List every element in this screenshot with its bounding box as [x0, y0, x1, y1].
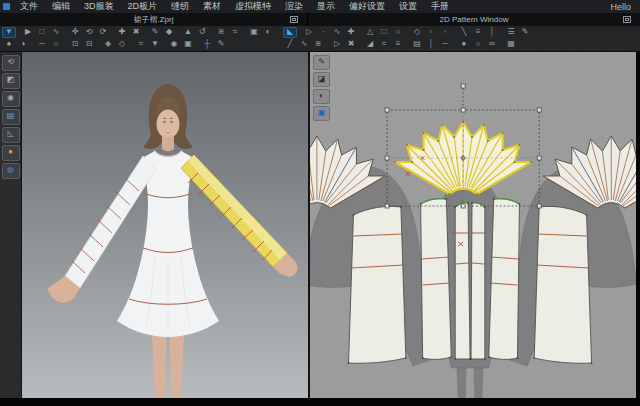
menu-item-3[interactable]: 2D板片	[121, 0, 165, 13]
elastic-band-icon[interactable]: ≈	[377, 39, 391, 50]
pleats-icon[interactable]: ▤	[410, 39, 424, 50]
3d-pen-icon[interactable]: ✎	[148, 27, 162, 38]
skin-offset-icon[interactable]: ◇	[115, 39, 129, 50]
menu-item-11[interactable]: 手册	[424, 0, 456, 13]
surface-texture-icon[interactable]: ▤	[2, 109, 20, 125]
2d-pattern-canvas[interactable]	[310, 52, 636, 398]
show-garment-icon[interactable]: ◩	[2, 73, 20, 89]
marquee-handle[interactable]	[537, 204, 541, 208]
menu-item-9[interactable]: 偏好设置	[342, 0, 392, 13]
avatar-edit-icon[interactable]: ●	[2, 39, 16, 50]
menu-item-4[interactable]: 缝纫	[164, 0, 196, 13]
shirring-icon[interactable]: ≡	[391, 39, 405, 50]
tack-stitch-icon[interactable]: ◆	[162, 27, 176, 38]
marquee-handle[interactable]	[461, 84, 465, 88]
box-select-icon[interactable]: □	[35, 27, 49, 38]
edit-pattern-icon[interactable]: ▷	[302, 27, 316, 38]
show-seamlines-icon[interactable]: ◺	[2, 127, 20, 143]
menu-item-1[interactable]: 编辑	[45, 0, 77, 13]
edit-sewing-icon[interactable]: ▷	[330, 39, 344, 50]
texture-mode-icon[interactable]: ▣	[313, 106, 330, 121]
circle-pattern-icon[interactable]: ○	[391, 27, 405, 38]
float-window-icon[interactable]	[290, 16, 298, 23]
mn-sewing-icon[interactable]: ≋	[311, 39, 325, 50]
fold-angle-icon[interactable]: ◢	[363, 39, 377, 50]
measure-icon[interactable]: ┼	[200, 39, 214, 50]
dart-icon[interactable]: ◇	[410, 27, 424, 38]
3d-viewport-canvas[interactable]	[22, 52, 308, 398]
wind-icon[interactable]: ≈	[228, 27, 242, 38]
trace-icon[interactable]: ╲	[457, 27, 471, 38]
marquee-handle[interactable]	[537, 108, 541, 112]
contrast-mode-icon[interactable]: ◐	[313, 89, 330, 104]
free-sewing-icon[interactable]: ∿	[297, 39, 311, 50]
rotate-ccw-icon[interactable]: ⟲	[82, 27, 96, 38]
gravity-icon[interactable]: ▼	[148, 39, 162, 50]
rectangle-pattern-icon[interactable]: □	[377, 27, 391, 38]
internal-rectangle-icon[interactable]: ▫	[424, 27, 438, 38]
arrangement-points-icon[interactable]: ⊡	[68, 39, 82, 50]
arrange-garment-icon[interactable]: ▲	[181, 27, 195, 38]
2d-pattern-viewport[interactable]: ✎◪◐▣	[310, 52, 640, 398]
x-ray-joints-icon[interactable]: ◈	[101, 39, 115, 50]
reset-camera-icon[interactable]: ⟲	[2, 55, 20, 71]
avatar-display-icon[interactable]: ●	[2, 145, 20, 161]
reset-arrangement-icon[interactable]: ↺	[195, 27, 209, 38]
paint-3d-icon[interactable]: ◍	[2, 163, 20, 179]
marquee-handle[interactable]	[385, 156, 389, 160]
menu-item-7[interactable]: 渲染	[278, 0, 310, 13]
polygon-pattern-icon[interactable]: △	[363, 27, 377, 38]
menu-item-2[interactable]: 3D服装	[77, 0, 121, 13]
account-greeting[interactable]: Hello	[610, 2, 640, 12]
marquee-handle[interactable]	[385, 204, 389, 208]
pattern-annotation-icon[interactable]: ✎	[518, 27, 532, 38]
float-window-icon[interactable]	[623, 16, 631, 23]
marquee-handle[interactable]	[461, 204, 465, 208]
bounding-volume-icon[interactable]: ⊟	[82, 39, 96, 50]
edit-curve-icon[interactable]: ∿	[330, 27, 344, 38]
menu-item-5[interactable]: 素材	[196, 0, 228, 13]
texture-editor-icon[interactable]: ▦	[504, 39, 518, 50]
fixed-pin-icon[interactable]: ✚	[115, 27, 129, 38]
lasso-select-icon[interactable]: ∿	[49, 27, 63, 38]
show-garment-2d-icon[interactable]: ◪	[313, 72, 330, 87]
seam-allowance-icon[interactable]: ≡	[471, 27, 485, 38]
avatar-pose-icon[interactable]: ◑	[16, 39, 30, 50]
3d-viewport[interactable]	[22, 52, 308, 398]
marquee-handle[interactable]	[537, 156, 541, 160]
edit-point-icon[interactable]: ∙	[316, 27, 330, 38]
select-move-icon[interactable]: ▶	[21, 27, 35, 38]
remove-pin-icon[interactable]: ✖	[129, 27, 143, 38]
solidify-icon[interactable]: ◐	[261, 27, 275, 38]
buttonhole-icon[interactable]: ○	[471, 39, 485, 50]
grading-icon[interactable]: ☰	[504, 27, 518, 38]
notch-icon[interactable]: │	[485, 27, 499, 38]
show-avatar-icon[interactable]: ◉	[2, 91, 20, 107]
menu-item-10[interactable]: 设置	[392, 0, 424, 13]
steam-iron-icon[interactable]: ≋	[214, 27, 228, 38]
fit-check-icon[interactable]: ▣	[247, 27, 261, 38]
topstitch-icon[interactable]: ═	[485, 39, 499, 50]
tape-measure-icon[interactable]: ─	[35, 39, 49, 50]
wind-controller-icon[interactable]: ≈	[134, 39, 148, 50]
add-point-icon[interactable]: ✚	[344, 27, 358, 38]
menu-item-8[interactable]: 显示	[310, 0, 342, 13]
circumference-measure-icon[interactable]: ○	[49, 39, 63, 50]
detach-sewing-icon[interactable]: ✖	[344, 39, 358, 50]
simulate-icon[interactable]: ▼	[2, 27, 16, 38]
menu-item-0[interactable]: 文件	[13, 0, 45, 13]
piping-icon[interactable]: ─	[438, 39, 452, 50]
zipper-icon[interactable]: │	[424, 39, 438, 50]
segment-sewing-icon[interactable]: ╱	[283, 39, 297, 50]
transform-pattern-icon[interactable]: ◣	[283, 27, 297, 38]
snapshot-icon[interactable]: ▣	[181, 39, 195, 50]
render-view-icon[interactable]: ◉	[167, 39, 181, 50]
button-icon[interactable]: ●	[457, 39, 471, 50]
menu-item-6[interactable]: 虚拟模特	[228, 0, 278, 13]
annotate-3d-icon[interactable]: ✎	[214, 39, 228, 50]
marquee-handle[interactable]	[385, 108, 389, 112]
edit-stitch-2d-icon[interactable]: ✎	[313, 55, 330, 70]
rotate-cw-icon[interactable]: ⟳	[96, 27, 110, 38]
internal-circle-icon[interactable]: ◦	[438, 27, 452, 38]
marquee-handle[interactable]	[461, 108, 465, 112]
